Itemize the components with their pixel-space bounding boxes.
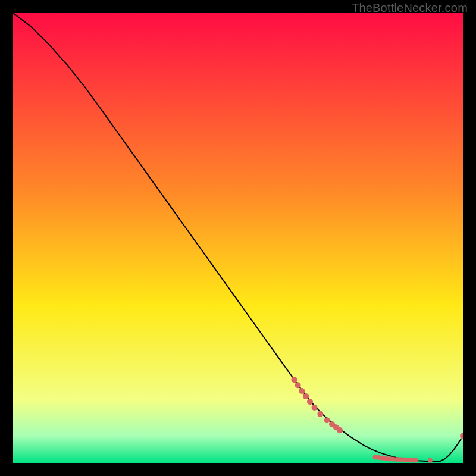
- data-marker: [317, 411, 323, 417]
- chart-stage: TheBottleNecker.com: [0, 0, 476, 476]
- gradient-background: [13, 13, 463, 463]
- data-marker: [303, 393, 309, 399]
- bottleneck-plot: [13, 13, 463, 463]
- data-marker: [398, 457, 403, 462]
- data-marker: [295, 382, 301, 388]
- data-marker: [409, 458, 414, 462]
- data-marker: [337, 427, 343, 433]
- data-marker: [312, 405, 318, 411]
- data-marker: [292, 377, 298, 383]
- data-marker: [324, 417, 330, 423]
- data-marker: [307, 399, 313, 405]
- data-marker: [428, 458, 433, 463]
- data-marker: [414, 458, 418, 462]
- data-marker: [299, 388, 305, 394]
